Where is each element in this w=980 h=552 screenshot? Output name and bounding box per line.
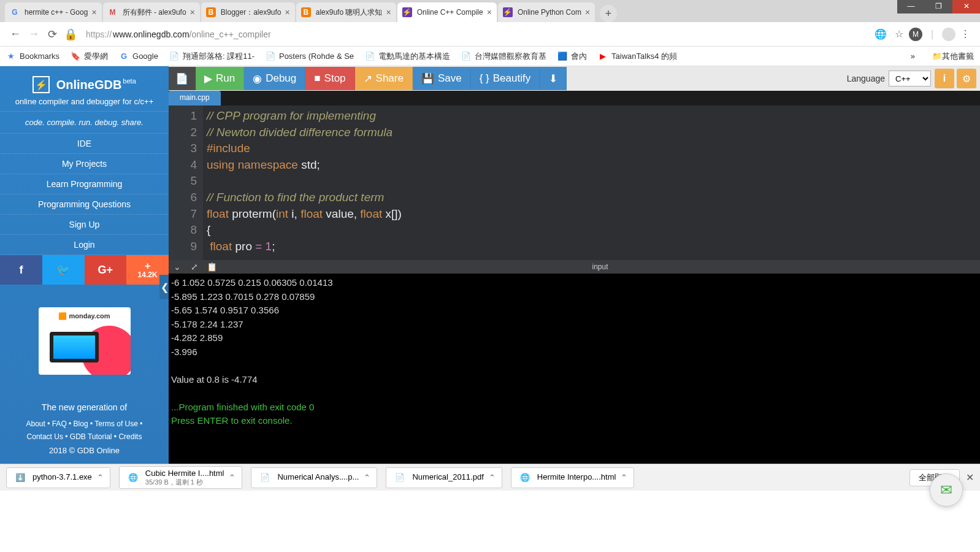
console-output[interactable]: -6 1.052 0.5725 0.215 0.06305 0.01413-5.… bbox=[169, 274, 980, 464]
close-icon[interactable]: × bbox=[285, 7, 290, 17]
url-scheme: https:// bbox=[86, 29, 112, 39]
ad-banner[interactable]: 🟧 monday.com bbox=[39, 307, 131, 375]
chevron-up-icon[interactable]: ⌃ bbox=[364, 473, 370, 482]
brand-beta: beta bbox=[123, 77, 136, 85]
url-input[interactable]: https:// www.onlinegdb.com /online_c++_c… bbox=[86, 26, 865, 43]
file-icon: 📄 bbox=[175, 72, 188, 85]
favicon-google-icon: G bbox=[10, 7, 20, 17]
share-icon: ↗ bbox=[364, 72, 372, 85]
googleplus-share-button[interactable]: G+ bbox=[85, 255, 127, 285]
footer-link-credits[interactable]: Credits bbox=[118, 432, 142, 441]
console-expand-button[interactable]: ⤢ bbox=[186, 262, 203, 272]
info-icon: i bbox=[943, 73, 946, 84]
settings-button[interactable]: ⚙ bbox=[957, 69, 976, 88]
contact-fab-button[interactable]: ✉ bbox=[930, 473, 963, 507]
editor-area: 📄 ▶ Run ◉ Debug ■ Stop ↗ Share 💾 Save bbox=[169, 66, 980, 464]
twitter-share-button[interactable]: 🐦 bbox=[42, 255, 85, 285]
forward-button[interactable]: → bbox=[25, 25, 43, 44]
extension-icon[interactable]: M bbox=[909, 28, 922, 41]
browser-tab[interactable]: G hermite c++ - Goog × bbox=[5, 2, 102, 22]
site-lock-icon[interactable]: 🔒 bbox=[61, 25, 80, 44]
browser-tab[interactable]: M 所有郵件 - alex9ufo × bbox=[103, 2, 200, 22]
browser-tab-active[interactable]: ⚡ Online C++ Compile × bbox=[397, 2, 497, 22]
sidebar-item-learn[interactable]: Learn Programming bbox=[0, 174, 169, 194]
footer-link-faq[interactable]: FAQ bbox=[52, 420, 67, 428]
run-button[interactable]: ▶ Run bbox=[196, 67, 244, 90]
favicon-blogger-icon: B bbox=[206, 7, 216, 17]
file-tab[interactable]: main.cpp bbox=[169, 91, 221, 105]
download-item[interactable]: 📄 Numerical Analys....p... ⌃ bbox=[251, 467, 377, 488]
close-icon[interactable]: × bbox=[585, 7, 590, 17]
download-icon: ⬇ bbox=[549, 72, 557, 85]
browser-tab[interactable]: B alex9ufo 聰明人求知 × bbox=[296, 2, 396, 22]
profile-avatar-icon[interactable] bbox=[942, 28, 955, 41]
minimize-button[interactable]: — bbox=[897, 0, 925, 13]
bookmarks-label[interactable]: ★ Bookmarks bbox=[6, 52, 59, 61]
site-icon: 📄 bbox=[266, 52, 275, 61]
menu-icon[interactable]: ⋮ bbox=[957, 26, 974, 43]
bookmark-link[interactable]: 📄電動馬達的基本構造 bbox=[365, 51, 450, 62]
bookmarks-overflow-button[interactable]: » bbox=[911, 52, 915, 61]
language-select[interactable]: C++ bbox=[889, 71, 931, 86]
back-button[interactable]: ← bbox=[6, 25, 25, 44]
close-icon[interactable]: × bbox=[386, 7, 391, 17]
footer-link-contact[interactable]: Contact Us bbox=[27, 432, 63, 441]
stop-icon: ■ bbox=[314, 72, 320, 85]
bookmark-link[interactable]: 📄台灣媒體觀察教育基 bbox=[461, 51, 546, 62]
chevron-up-icon[interactable]: ⌃ bbox=[489, 473, 496, 482]
code-editor[interactable]: 123456789 // CPP program for implementin… bbox=[169, 105, 980, 260]
footer-link-blog[interactable]: Blog bbox=[74, 420, 88, 428]
chevron-up-icon[interactable]: ⌃ bbox=[97, 473, 104, 482]
download-button[interactable]: ⬇ bbox=[540, 67, 567, 90]
console-collapse-button[interactable]: ⌄ bbox=[169, 262, 186, 272]
browser-tab[interactable]: ⚡ Online Python Com × bbox=[498, 2, 595, 22]
close-icon[interactable]: × bbox=[190, 7, 195, 17]
reload-button[interactable]: ⟳ bbox=[43, 25, 61, 44]
bookmark-link[interactable]: ▶TaiwanTalks4 的頻 bbox=[598, 51, 677, 62]
bookmark-link[interactable]: 📄Posters (Rohde & Se bbox=[266, 52, 354, 61]
other-bookmarks-button[interactable]: 其他書籤 bbox=[942, 51, 974, 62]
chevron-up-icon[interactable]: ⌃ bbox=[229, 473, 235, 482]
label: Bookmarks bbox=[20, 52, 59, 61]
sidebar-item-signup[interactable]: Sign Up bbox=[0, 215, 169, 235]
footer-link-about[interactable]: About bbox=[26, 420, 45, 428]
sidebar-item-login[interactable]: Login bbox=[0, 235, 169, 255]
code-content[interactable]: // CPP program for implementing// Newton… bbox=[203, 105, 402, 260]
close-downloads-bar-button[interactable]: ✕ bbox=[966, 472, 974, 483]
share-button[interactable]: ↗ Share bbox=[355, 67, 413, 90]
bookmark-link[interactable]: GGoogle bbox=[119, 52, 158, 61]
favicon-bolt-icon: ⚡ bbox=[402, 7, 412, 17]
debug-button[interactable]: ◉ Debug bbox=[244, 67, 305, 90]
browser-tab[interactable]: B Blogger：alex9ufo × bbox=[201, 2, 295, 22]
bookmark-link[interactable]: 🟦會內 bbox=[557, 51, 587, 62]
bookmark-star-icon[interactable]: ☆ bbox=[890, 26, 908, 43]
sidebar-item-ide[interactable]: IDE bbox=[0, 134, 169, 154]
footer-link-tutorial[interactable]: GDB Tutorial bbox=[70, 432, 112, 441]
close-icon[interactable]: × bbox=[487, 7, 492, 17]
maximize-button[interactable]: ❐ bbox=[925, 0, 952, 13]
footer-link-terms[interactable]: Terms of Use bbox=[94, 420, 138, 428]
download-item[interactable]: 🌐 Hermite Interpo....html ⌃ bbox=[511, 467, 635, 488]
sidebar-item-questions[interactable]: Programming Questions bbox=[0, 194, 169, 215]
sidebar-collapse-button[interactable]: ❮ bbox=[159, 275, 169, 299]
save-button[interactable]: 💾 Save bbox=[413, 67, 471, 90]
new-tab-button[interactable]: + bbox=[600, 5, 617, 22]
download-item[interactable]: ⬇️ python-3.7.1.exe ⌃ bbox=[6, 467, 110, 488]
language-label: Language bbox=[847, 74, 885, 83]
translate-icon[interactable]: 🌐 bbox=[872, 26, 889, 43]
facebook-share-button[interactable]: f bbox=[0, 255, 42, 285]
new-file-button[interactable]: 📄 bbox=[169, 67, 196, 90]
stop-button[interactable]: ■ Stop bbox=[305, 67, 354, 90]
sidebar-item-projects[interactable]: My Projects bbox=[0, 154, 169, 174]
bookmark-link[interactable]: 🔖愛學網 bbox=[71, 51, 108, 62]
bookmark-link[interactable]: 📄翔通部落格: 課程11- bbox=[169, 51, 255, 62]
chevron-up-icon[interactable]: ⌃ bbox=[621, 473, 627, 482]
info-button[interactable]: i bbox=[935, 69, 954, 88]
console-copy-button[interactable]: 📋 bbox=[203, 262, 220, 272]
beautify-button[interactable]: { } Beautify bbox=[471, 67, 540, 90]
close-icon[interactable]: × bbox=[91, 7, 96, 17]
close-window-button[interactable]: ✕ bbox=[952, 0, 980, 13]
download-item[interactable]: 📄 Numerical_2011.pdf ⌃ bbox=[386, 467, 502, 488]
download-item[interactable]: 🌐 Cubic Hermite I....html 35/39 B，還剩 1 秒… bbox=[119, 466, 243, 488]
gear-icon: ⚙ bbox=[962, 73, 971, 85]
